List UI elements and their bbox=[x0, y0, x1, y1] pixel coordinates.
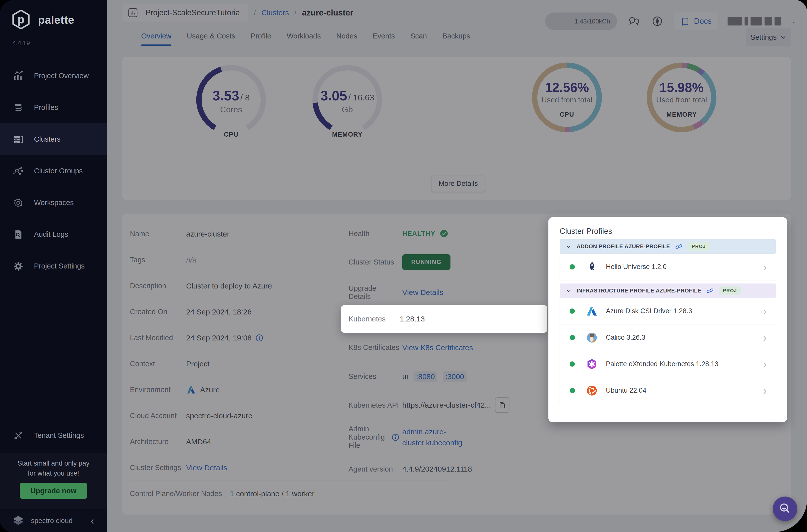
kubernetes-label: Kubernetes bbox=[349, 315, 400, 323]
banner-text-line1: Start small and only pay bbox=[0, 458, 107, 468]
ubuntu-icon bbox=[586, 385, 598, 397]
link-icon bbox=[675, 243, 682, 250]
status-dot-icon bbox=[570, 264, 575, 269]
svg-text:p: p bbox=[18, 13, 24, 26]
status-dot-icon bbox=[570, 361, 575, 367]
gear-icon bbox=[13, 261, 24, 272]
sidebar-item-clusters[interactable]: Clusters bbox=[0, 124, 107, 155]
kubernetes-spotlight-row: Kubernetes 1.28.13 bbox=[341, 305, 547, 333]
sidebar-item-profiles[interactable]: Profiles bbox=[0, 92, 107, 124]
sidebar-item-tenant-settings[interactable]: Tenant Settings bbox=[0, 420, 107, 451]
search-smile-icon bbox=[778, 502, 792, 516]
footer-brand: spectro cloud bbox=[31, 517, 73, 525]
pack-azure-disk[interactable]: Azure Disk CSI Driver 1.28.3 › bbox=[560, 298, 776, 324]
doc-search-icon bbox=[13, 229, 24, 240]
azure-disk-icon bbox=[586, 305, 598, 317]
palette-logo-icon: p bbox=[11, 9, 32, 31]
chevron-down-icon bbox=[566, 288, 571, 294]
status-dot-icon bbox=[570, 388, 575, 393]
chevron-right-icon: › bbox=[763, 332, 767, 343]
bar-chart-icon bbox=[13, 70, 24, 82]
tools-icon bbox=[13, 430, 24, 441]
chevron-right-icon: › bbox=[763, 306, 767, 317]
calico-icon bbox=[586, 332, 598, 344]
orbit-icon bbox=[13, 197, 24, 209]
pack-ubuntu[interactable]: Ubuntu 22.04 › bbox=[560, 377, 776, 404]
sidebar-item-project-settings[interactable]: Project Settings bbox=[0, 250, 107, 282]
pack-calico[interactable]: Calico 3.26.3 › bbox=[560, 324, 776, 351]
sidebar-item-project-overview[interactable]: Project Overview bbox=[0, 60, 107, 92]
layers-icon bbox=[13, 102, 24, 113]
upgrade-banner: Start small and only pay for what you us… bbox=[0, 453, 107, 509]
brand-name: palette bbox=[38, 14, 74, 26]
scope-badge: PROJ bbox=[719, 286, 741, 295]
chevron-right-icon: › bbox=[763, 385, 767, 396]
chevron-right-icon: › bbox=[763, 359, 767, 370]
search-fab-button[interactable] bbox=[773, 496, 797, 521]
upgrade-now-button[interactable]: Upgrade now bbox=[20, 483, 87, 499]
network-nodes-icon bbox=[13, 165, 24, 177]
sidebar-item-audit-logs[interactable]: Audit Logs bbox=[0, 218, 107, 250]
pxk-icon bbox=[586, 358, 598, 370]
sidebar-item-cluster-groups[interactable]: Cluster Groups bbox=[0, 155, 107, 187]
sidebar: p palette 4.4.19 Project Overview P bbox=[0, 0, 107, 532]
pack-palette-extended-kubernetes[interactable]: Palette eXtended Kubernetes 1.28.13 › bbox=[560, 351, 776, 377]
chevron-right-icon: › bbox=[763, 262, 767, 272]
panel-title: Cluster Profiles bbox=[560, 227, 612, 236]
main-content: Project-ScaleSecureTutoria / Clusters / … bbox=[107, 0, 807, 532]
banner-text-line2: for what you use! bbox=[0, 468, 107, 478]
link-icon bbox=[706, 287, 714, 294]
pack-hello-universe[interactable]: Hello Universe 1.2.0 › bbox=[560, 254, 776, 280]
status-dot-icon bbox=[570, 335, 575, 340]
chevron-down-icon bbox=[566, 244, 571, 249]
hello-universe-icon bbox=[586, 261, 598, 273]
cluster-profiles-panel: Cluster Profiles ADDON PROFILE AZURE-PRO… bbox=[548, 217, 787, 422]
app-window: p palette 4.4.19 Project Overview P bbox=[0, 0, 807, 532]
app-version: 4.4.19 bbox=[13, 39, 30, 47]
kubernetes-version-value: 1.28.13 bbox=[400, 315, 425, 323]
collapse-sidebar-button[interactable]: ‹ bbox=[91, 516, 94, 526]
spectro-cloud-logo-icon bbox=[10, 513, 26, 529]
sidebar-item-workspaces[interactable]: Workspaces bbox=[0, 187, 107, 218]
status-dot-icon bbox=[570, 308, 575, 314]
scope-badge: PROJ bbox=[688, 242, 710, 251]
sidebar-footer: spectro cloud ‹ bbox=[0, 509, 107, 532]
addon-profile-header[interactable]: ADDON PROFILE AZURE-PROFILE PROJ bbox=[560, 239, 776, 254]
servers-icon bbox=[13, 134, 24, 145]
infrastructure-profile-header[interactable]: INFRASTRUCTURE PROFILE AZURE-PROFILE PRO… bbox=[560, 284, 776, 298]
